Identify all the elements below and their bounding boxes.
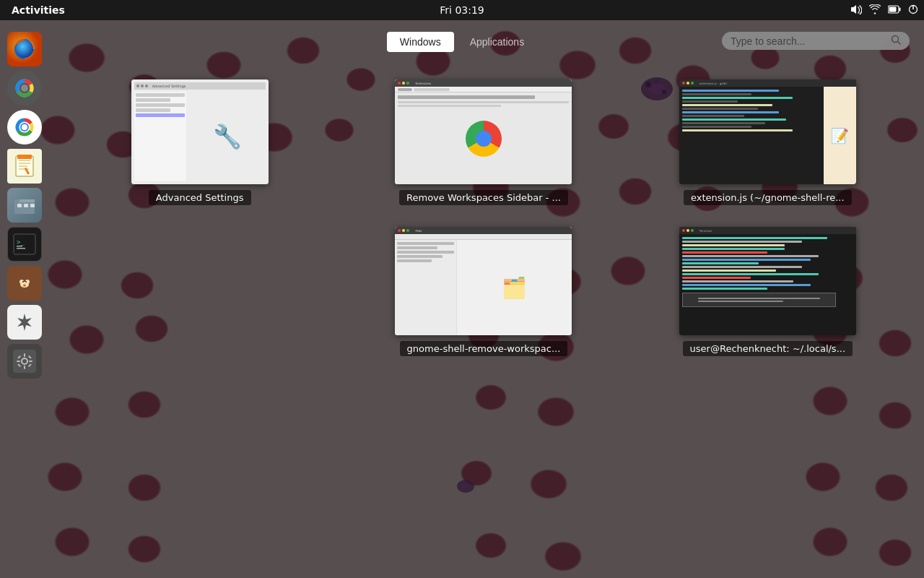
topbar: Activities Fri 03:19 [0, 0, 924, 20]
svg-rect-30 [24, 204, 28, 207]
volume-icon[interactable] [850, 4, 862, 17]
window-thumb-extensionjs[interactable]: extension.js - gedit [633, 79, 902, 205]
tab-windows[interactable]: Windows [387, 32, 454, 52]
window-label-extensionjs: extension.js (~/gnome-shell-re... [684, 190, 852, 205]
svg-rect-9 [889, 7, 897, 12]
sidebar-item-settings[interactable] [7, 344, 42, 379]
window-thumb-advanced-settings[interactable]: Advanced Settings 🔧 Advanced Settin [65, 79, 334, 205]
window-label-advanced-settings: Advanced Settings [149, 190, 251, 205]
power-icon[interactable] [908, 4, 918, 17]
windows-grid: Advanced Settings 🔧 Advanced Settin [58, 72, 910, 363]
wifi-icon[interactable] [869, 4, 881, 17]
window-thumb-remove-workspaces[interactable]: Extensions Remove Wor [349, 79, 618, 205]
svg-rect-35 [17, 248, 25, 249]
sidebar-item-file-manager[interactable] [7, 188, 42, 223]
sidebar-item-chrome-incognito[interactable] [7, 71, 42, 105]
sidebar-dock: >_ [0, 20, 49, 578]
battery-icon[interactable] [888, 4, 901, 16]
window-thumb-gnome-shell-fm[interactable]: Files 🗂️ gnome-shell-remov [349, 227, 618, 356]
svg-rect-46 [24, 366, 25, 369]
window-thumb-placeholder [65, 227, 334, 356]
svg-rect-34 [17, 246, 22, 247]
svg-rect-48 [29, 361, 32, 362]
window-preview-advanced-settings: Advanced Settings 🔧 [131, 79, 269, 184]
window-label-terminal: user@Rechenknecht: ~/.local/s... [683, 341, 853, 356]
svg-rect-29 [17, 204, 22, 207]
sidebar-item-chrome[interactable] [7, 110, 42, 144]
window-thumb-terminal[interactable]: Terminal [633, 227, 902, 356]
svg-point-20 [22, 124, 27, 130]
tab-applications[interactable]: Applications [457, 32, 538, 52]
window-preview-extensionjs: extension.js - gedit [679, 79, 856, 184]
topbar-right-icons [850, 4, 918, 17]
svg-point-42 [23, 285, 26, 287]
sidebar-item-notepad[interactable] [7, 149, 42, 184]
window-preview-terminal: Terminal [679, 227, 856, 335]
sidebar-item-inkscape[interactable] [7, 305, 42, 340]
svg-point-40 [22, 281, 24, 282]
window-preview-remove-workspaces: Extensions [395, 79, 572, 184]
svg-rect-44 [13, 350, 36, 373]
tab-bar: Windows Applications [387, 32, 537, 52]
search-area: Windows Applications [0, 20, 924, 52]
window-label-gnome-shell-fm: gnome-shell-remove-workspac... [400, 341, 568, 356]
svg-point-17 [21, 85, 28, 92]
sidebar-item-gimp[interactable] [7, 266, 42, 301]
svg-point-41 [25, 281, 27, 282]
window-label-remove-workspaces: Remove Workspaces Sidebar - ... [399, 190, 568, 205]
svg-text:>_: >_ [17, 238, 25, 246]
svg-rect-47 [17, 361, 20, 362]
sidebar-item-terminal[interactable]: >_ [7, 227, 42, 262]
topbar-clock: Fri 03:19 [440, 4, 484, 16]
window-preview-gnome-shell-fm: Files 🗂️ [395, 227, 572, 335]
svg-rect-26 [17, 155, 32, 159]
svg-rect-8 [899, 8, 901, 12]
svg-rect-31 [30, 204, 35, 207]
svg-rect-45 [24, 353, 25, 357]
activities-button[interactable]: Activities [6, 4, 71, 16]
